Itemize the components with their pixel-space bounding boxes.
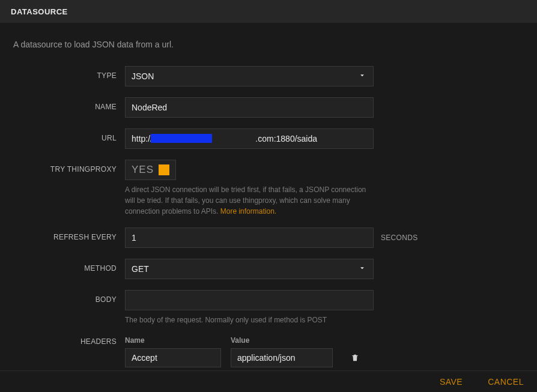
checkbox-icon xyxy=(159,164,169,175)
thingproxy-help: A direct JSON connection will be tried f… xyxy=(125,184,374,217)
method-label: METHOD xyxy=(12,259,125,273)
dialog-title: DATASOURCE xyxy=(11,7,68,16)
refresh-label: REFRESH EVERY xyxy=(12,228,125,241)
name-row: NAME xyxy=(12,97,525,118)
headers-table-head: Name Value xyxy=(125,336,525,345)
headers-col-name: Name xyxy=(125,336,231,345)
method-select-value: GET xyxy=(125,259,374,279)
type-row: TYPE JSON xyxy=(12,66,525,86)
refresh-row: REFRESH EVERY SECONDS xyxy=(12,228,525,248)
more-info-link[interactable]: More information. xyxy=(220,207,276,216)
url-row: URL xyxy=(12,128,525,149)
header-name-input[interactable] xyxy=(125,348,221,367)
body-row: BODY The body of the request. Normally o… xyxy=(12,290,525,325)
name-input[interactable] xyxy=(125,97,374,118)
headers-label: HEADERS xyxy=(12,336,125,346)
redacted-mask xyxy=(151,134,212,143)
type-select[interactable]: JSON xyxy=(125,66,374,86)
body-label: BODY xyxy=(12,290,125,304)
thingproxy-toggle[interactable]: YES xyxy=(125,160,176,180)
method-row: METHOD GET xyxy=(12,259,525,279)
thingproxy-label: TRY THINGPROXY xyxy=(12,160,125,173)
type-label: TYPE xyxy=(12,66,125,80)
table-row xyxy=(125,348,525,367)
headers-col-value: Value xyxy=(231,336,336,345)
dialog-content: A datasource to load JSON data from a ur… xyxy=(0,23,537,392)
method-select[interactable]: GET xyxy=(125,259,374,279)
trash-icon[interactable] xyxy=(350,352,360,364)
refresh-suffix: SECONDS xyxy=(381,234,417,242)
description-text: A datasource to load JSON data from a ur… xyxy=(13,40,525,49)
type-select-value: JSON xyxy=(125,66,374,86)
header-value-input[interactable] xyxy=(231,348,333,367)
dialog-header: DATASOURCE xyxy=(0,0,537,23)
save-button[interactable]: SAVE xyxy=(440,377,463,387)
thingproxy-row: TRY THINGPROXY YES A direct JSON connect… xyxy=(12,160,525,217)
refresh-input[interactable] xyxy=(125,228,374,248)
name-label: NAME xyxy=(12,97,125,111)
thingproxy-toggle-text: YES xyxy=(132,164,154,176)
dialog-footer: SAVE CANCEL xyxy=(0,370,537,392)
cancel-button[interactable]: CANCEL xyxy=(488,377,524,387)
url-label: URL xyxy=(12,128,125,142)
body-help: The body of the request. Normally only u… xyxy=(125,315,374,325)
body-input[interactable] xyxy=(125,290,374,310)
